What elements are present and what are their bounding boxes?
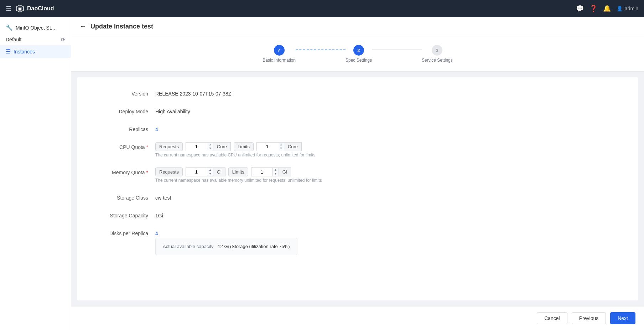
service-icon: 🔧 <box>6 24 13 31</box>
cpu-requests-input-group: ▲ ▼ Core <box>186 142 231 151</box>
step-basic-information: ✓ Basic Information <box>263 45 296 63</box>
step-1-circle: ✓ <box>274 45 285 56</box>
main-content: ← Update Instance test ✓ Basic Informati… <box>71 17 644 330</box>
cancel-button[interactable]: Cancel <box>537 312 567 324</box>
sidebar-service-name: MinIO Object St... <box>16 25 55 31</box>
memory-quota-label: Memory Quota <box>91 167 148 175</box>
version-value: RELEASE.2023-10-07T15-07-38Z <box>155 89 231 97</box>
memory-requests-tag: Requests <box>155 167 183 176</box>
memory-quota-row: Requests ▲ ▼ Gi Limits <box>155 167 322 176</box>
capacity-box: Actual available capacity 12 Gi (Storage… <box>155 238 297 255</box>
sidebar-env[interactable]: Default ⟳ <box>0 34 71 45</box>
storage-capacity-label: Storage Capacity <box>91 211 148 218</box>
form-area: Version RELEASE.2023-10-07T15-07-38Z Dep… <box>77 77 638 300</box>
sidebar: 🔧 MinIO Object St... Default ⟳ ☰ Instanc… <box>0 17 71 330</box>
user-menu[interactable]: 👤 admin <box>617 6 638 11</box>
storage-class-value: cw-test <box>155 193 171 201</box>
step-connector-1 <box>296 50 346 50</box>
back-button[interactable]: ← <box>80 23 86 30</box>
memory-requests-down-button[interactable]: ▼ <box>207 172 213 176</box>
storage-capacity-value: 1Gi <box>155 211 163 218</box>
cpu-quota-controls: Requests ▲ ▼ Core Limits <box>155 142 316 158</box>
user-name: admin <box>625 6 638 11</box>
form-row-storage-capacity: Storage Capacity 1Gi <box>91 211 624 218</box>
help-icon[interactable]: ❓ <box>590 5 597 12</box>
sidebar-env-name: Default <box>6 37 21 42</box>
brand-name: DaoCloud <box>27 5 54 12</box>
chat-icon[interactable]: 💬 <box>576 5 584 12</box>
replicas-value: 4 <box>155 124 158 132</box>
disks-per-replica-label: Disks per Replica <box>91 228 148 236</box>
sidebar-instances-label: Instances <box>14 49 35 55</box>
cpu-limits-input[interactable] <box>256 142 278 151</box>
app-layout: 🔧 MinIO Object St... Default ⟳ ☰ Instanc… <box>0 17 644 330</box>
form-row-memory-quota: Memory Quota Requests ▲ ▼ Gi Limits <box>91 167 624 183</box>
cpu-hint: The current namespace has available CPU … <box>155 153 316 158</box>
cpu-requests-tag: Requests <box>155 142 183 151</box>
form-row-replicas: Replicas 4 <box>91 124 624 132</box>
step-1-label: Basic Information <box>263 58 296 63</box>
step-connector-2 <box>372 50 422 50</box>
memory-limits-unit: Gi <box>279 167 291 176</box>
memory-limits-tag: Limits <box>228 167 248 176</box>
form-row-deploy-mode: Deploy Mode High Availability <box>91 107 624 114</box>
replicas-label: Replicas <box>91 124 148 132</box>
next-button[interactable]: Next <box>610 312 635 324</box>
step-service-settings: 3 Service Settings <box>422 45 453 63</box>
form-row-version: Version RELEASE.2023-10-07T15-07-38Z <box>91 89 624 97</box>
memory-hint: The current namespace has available memo… <box>155 178 322 183</box>
cpu-limits-unit: Core <box>284 142 302 151</box>
daocloud-logo-icon <box>16 4 24 13</box>
cpu-requests-input[interactable] <box>186 142 207 151</box>
step-3-label: Service Settings <box>422 58 453 63</box>
user-avatar-icon: 👤 <box>617 6 623 11</box>
top-navigation: ☰ DaoCloud 💬 ❓ 🔔 👤 admin <box>0 0 644 17</box>
cpu-limits-tag: Limits <box>234 142 254 151</box>
memory-limits-up-button[interactable]: ▲ <box>273 168 279 172</box>
disks-per-replica-value: 4 <box>155 228 297 236</box>
hamburger-icon[interactable]: ☰ <box>6 5 11 12</box>
sidebar-item-instances[interactable]: ☰ Instances <box>0 45 71 58</box>
memory-limits-spinners: ▲ ▼ <box>272 167 279 176</box>
capacity-value: 12 Gi (Storage utilization rate 75%) <box>218 244 290 249</box>
stepper: ✓ Basic Information 2 Spec Settings 3 Se… <box>263 45 452 63</box>
cpu-requests-up-button[interactable]: ▲ <box>207 143 213 147</box>
capacity-label: Actual available capacity <box>163 244 213 249</box>
form-row-storage-class: Storage Class cw-test <box>91 193 624 201</box>
memory-requests-input[interactable] <box>186 167 207 176</box>
refresh-icon[interactable]: ⟳ <box>61 37 65 42</box>
step-2-circle: 2 <box>353 45 364 56</box>
cpu-quota-label: CPU Quota <box>91 142 148 150</box>
storage-class-label: Storage Class <box>91 193 148 201</box>
bell-icon[interactable]: 🔔 <box>603 5 611 12</box>
step-3-circle: 3 <box>432 45 442 56</box>
cpu-limits-up-button[interactable]: ▲ <box>278 143 284 147</box>
memory-limits-input[interactable] <box>251 167 272 176</box>
list-icon: ☰ <box>6 48 11 55</box>
cpu-limits-spinners: ▲ ▼ <box>278 142 284 151</box>
form-row-cpu-quota: CPU Quota Requests ▲ ▼ Core Limits <box>91 142 624 158</box>
memory-requests-input-group: ▲ ▼ Gi <box>186 167 225 176</box>
step-2-label: Spec Settings <box>346 58 372 63</box>
version-label: Version <box>91 89 148 97</box>
form-row-disks-per-replica: Disks per Replica 4 Actual available cap… <box>91 228 624 255</box>
page-header: ← Update Instance test <box>71 17 644 36</box>
memory-limits-down-button[interactable]: ▼ <box>273 172 279 176</box>
cpu-requests-down-button[interactable]: ▼ <box>207 147 213 151</box>
topnav-left: ☰ DaoCloud <box>6 4 54 13</box>
memory-requests-unit: Gi <box>213 167 225 176</box>
previous-button[interactable]: Previous <box>572 312 606 324</box>
cpu-limits-down-button[interactable]: ▼ <box>278 147 284 151</box>
cpu-requests-spinners: ▲ ▼ <box>207 142 213 151</box>
topnav-right: 💬 ❓ 🔔 👤 admin <box>576 5 638 12</box>
deploy-mode-label: Deploy Mode <box>91 107 148 114</box>
stepper-container: ✓ Basic Information 2 Spec Settings 3 Se… <box>71 36 644 72</box>
cpu-limits-input-group: ▲ ▼ Core <box>256 142 302 151</box>
cpu-requests-unit: Core <box>213 142 231 151</box>
memory-quota-controls: Requests ▲ ▼ Gi Limits <box>155 167 322 183</box>
cpu-quota-row: Requests ▲ ▼ Core Limits <box>155 142 316 151</box>
sidebar-service: 🔧 MinIO Object St... <box>0 21 71 34</box>
page-title: Update Instance test <box>90 23 153 30</box>
deploy-mode-value: High Availability <box>155 107 190 114</box>
memory-requests-up-button[interactable]: ▲ <box>207 168 213 172</box>
